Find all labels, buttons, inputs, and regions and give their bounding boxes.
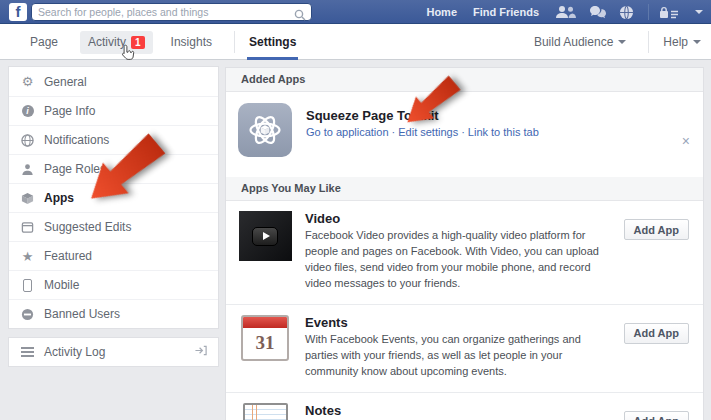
activity-log-link[interactable]: Activity Log bbox=[8, 337, 219, 367]
build-audience-label: Build Audience bbox=[534, 35, 613, 49]
external-link-icon bbox=[194, 343, 208, 361]
sidebar-item-label: Banned Users bbox=[44, 307, 120, 321]
add-app-button-events[interactable]: Add App bbox=[624, 323, 689, 344]
sidebar-item-label: Featured bbox=[44, 249, 92, 263]
facebook-page-settings-screen: f Home Find Friends bbox=[0, 0, 711, 420]
notes-paper-icon bbox=[243, 403, 288, 420]
tab-settings[interactable]: Settings bbox=[249, 24, 296, 60]
go-to-application-link[interactable]: Go to application bbox=[306, 126, 389, 138]
added-app-row: Squeeze Page Toolkit Go to application·E… bbox=[226, 92, 703, 177]
tab-divider bbox=[648, 31, 649, 53]
sidebar-item-label: Page Info bbox=[44, 104, 95, 118]
sidebar-item-label: Apps bbox=[44, 191, 74, 205]
suggested-app-description: With Facebook Events, you can organize g… bbox=[305, 332, 614, 380]
remove-app-close-icon[interactable]: × bbox=[682, 134, 690, 148]
sidebar-item-suggested-edits[interactable]: Suggested Edits bbox=[9, 212, 218, 241]
account-menu-caret-icon[interactable] bbox=[695, 10, 703, 14]
cursor-icon bbox=[120, 44, 135, 66]
person-icon bbox=[19, 163, 36, 176]
sidebar-item-label: Suggested Edits bbox=[44, 220, 131, 234]
apps-you-may-like-header: Apps You May Like bbox=[226, 177, 703, 201]
gear-icon: ⚙ bbox=[19, 75, 36, 88]
help-menu[interactable]: Help bbox=[663, 24, 701, 60]
add-app-button-video[interactable]: Add App bbox=[624, 219, 689, 240]
sidebar-item-general[interactable]: ⚙ General bbox=[9, 67, 218, 96]
notifications-globe-icon[interactable] bbox=[619, 5, 634, 20]
help-caret-icon bbox=[693, 40, 701, 44]
build-audience-menu[interactable]: Build Audience bbox=[534, 24, 626, 60]
suggested-app-row-video: Video Facebook Video provides a high-qua… bbox=[226, 201, 703, 304]
calendar-icon: 31 bbox=[241, 315, 289, 361]
topbar-divider bbox=[648, 4, 649, 20]
nav-find-friends[interactable]: Find Friends bbox=[473, 6, 539, 18]
search-box bbox=[31, 3, 312, 21]
facebook-logo[interactable]: f bbox=[9, 3, 27, 21]
sidebar-item-banned-users[interactable]: Banned Users bbox=[9, 299, 218, 328]
squeeze-page-toolkit-icon[interactable] bbox=[238, 103, 292, 157]
added-apps-header: Added Apps bbox=[226, 68, 703, 92]
ban-icon bbox=[19, 308, 36, 321]
top-right-nav: Home Find Friends bbox=[426, 0, 703, 24]
messages-icon[interactable] bbox=[589, 5, 607, 19]
add-app-button-notes[interactable]: Add App bbox=[624, 411, 689, 420]
suggested-app-name: Notes bbox=[305, 403, 614, 418]
sidebar-item-label: General bbox=[44, 75, 87, 89]
phone-icon bbox=[19, 279, 36, 292]
nav-home[interactable]: Home bbox=[426, 6, 457, 18]
search-icon[interactable] bbox=[294, 7, 306, 25]
suggested-app-row-notes: Notes With Facebook Notes, you can share… bbox=[226, 392, 703, 420]
suggested-app-row-events: 31 Events With Facebook Events, you can … bbox=[226, 304, 703, 392]
sidebar-item-mobile[interactable]: Mobile bbox=[9, 270, 218, 299]
top-navigation-bar: f Home Find Friends bbox=[0, 0, 711, 24]
apps-settings-panel: Added Apps Squeeze Page T bbox=[225, 67, 704, 420]
tab-page[interactable]: Page bbox=[30, 24, 58, 60]
activity-log-label: Activity Log bbox=[44, 345, 105, 359]
tab-insights[interactable]: Insights bbox=[171, 24, 212, 60]
link-separator: · bbox=[392, 126, 396, 138]
sidebar-item-featured[interactable]: ★ Featured bbox=[9, 241, 218, 270]
admin-tab-bar: Page Activity 1 Insights Settings Build … bbox=[0, 24, 711, 60]
sidebar-item-label: Notifications bbox=[44, 133, 109, 147]
tab-activity[interactable]: Activity 1 bbox=[80, 31, 153, 54]
help-label: Help bbox=[663, 35, 688, 49]
sidebar-item-page-info[interactable]: i Page Info bbox=[9, 96, 218, 125]
star-icon: ★ bbox=[19, 250, 36, 263]
calendar-day-label: 31 bbox=[243, 328, 287, 358]
sidebar-item-label: Mobile bbox=[44, 278, 79, 292]
globe-icon bbox=[19, 134, 36, 147]
cube-icon bbox=[19, 192, 36, 205]
friend-requests-icon[interactable] bbox=[555, 5, 577, 19]
card-icon bbox=[19, 221, 36, 234]
suggested-app-name: Video bbox=[305, 211, 614, 226]
build-audience-caret-icon bbox=[618, 40, 626, 44]
suggested-app-name: Events bbox=[305, 315, 614, 330]
video-play-icon bbox=[239, 211, 292, 261]
privacy-shortcuts-lock-icon[interactable] bbox=[659, 6, 679, 19]
link-to-this-tab-link[interactable]: Link to this tab bbox=[468, 126, 539, 138]
link-separator: · bbox=[461, 126, 465, 138]
suggested-app-description: Facebook Video provides a high-quality v… bbox=[305, 228, 614, 292]
edit-settings-link[interactable]: Edit settings bbox=[398, 126, 458, 138]
list-icon bbox=[19, 347, 36, 357]
info-icon: i bbox=[19, 105, 36, 117]
tab-divider bbox=[234, 31, 235, 53]
search-input[interactable] bbox=[38, 5, 288, 19]
